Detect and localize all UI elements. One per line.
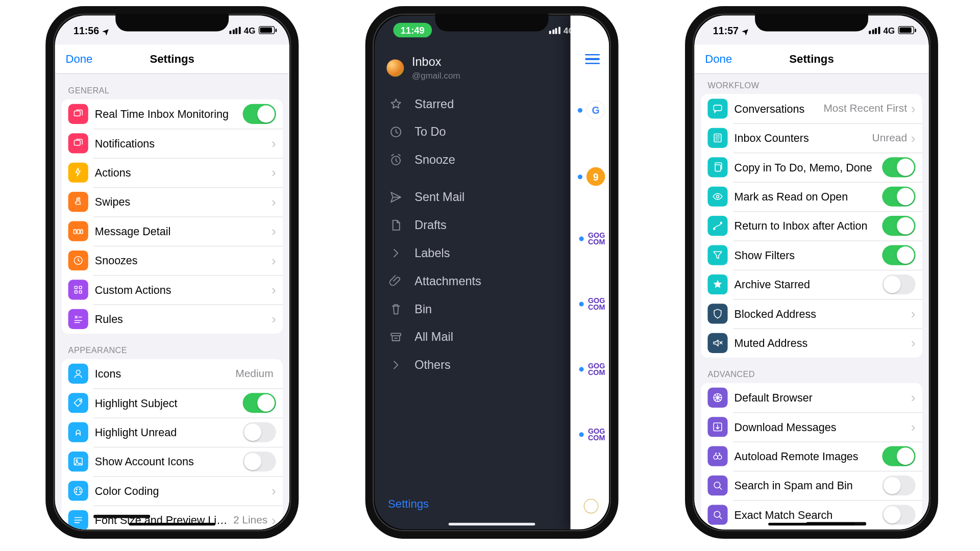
toggle[interactable]: [243, 452, 276, 471]
row-label: Search in Spam and Bin: [734, 479, 883, 492]
route-icon: [707, 216, 727, 236]
settings-row[interactable]: Notifications: [62, 129, 283, 158]
chevron-icon: [272, 282, 276, 297]
chevr-icon: [388, 246, 404, 261]
status-time: 11:56: [74, 24, 99, 36]
settings-row[interactable]: Message Detail: [62, 216, 283, 245]
settings-row[interactable]: Search in Spam and Bin: [701, 471, 922, 500]
inbox-peek-item[interactable]: GOGCOM: [579, 363, 605, 376]
avatar[interactable]: [386, 59, 404, 77]
settings-row[interactable]: Snoozes: [62, 246, 283, 275]
chevron-icon: [272, 136, 276, 151]
settings-row[interactable]: Show Account Icons: [62, 447, 283, 476]
menu-icon[interactable]: [585, 52, 600, 67]
toggle[interactable]: [882, 187, 915, 207]
sidebar-item-label: Drafts: [414, 218, 447, 232]
settings-row[interactable]: Custom Actions: [62, 275, 283, 304]
send-icon: [388, 190, 404, 205]
settings-row[interactable]: Conversations Most Recent First: [701, 94, 922, 123]
settings-row[interactable]: Return to Inbox after Action: [701, 211, 922, 240]
row-value: Most Recent First: [823, 103, 907, 114]
settings-row[interactable]: Icons Medium: [62, 359, 283, 388]
settings-scroll[interactable]: WORKFLOW Conversations Most Recent First…: [694, 74, 928, 530]
doc-icon: [388, 218, 404, 233]
inbox-peek-item[interactable]: 9: [578, 167, 605, 186]
settings-row[interactable]: Actions: [62, 158, 283, 187]
settings-row[interactable]: Rules: [62, 305, 283, 334]
done-button[interactable]: Done: [65, 53, 92, 66]
status-time-pill[interactable]: 11:49: [393, 23, 431, 38]
image-icon: [68, 452, 88, 471]
google-icon: G: [586, 101, 605, 119]
theme-sun-icon[interactable]: [584, 499, 599, 514]
toggle[interactable]: [882, 157, 915, 177]
toggle[interactable]: [243, 422, 276, 442]
phone-right: 11:57 4G Done Settings WORKFLOW Conversa…: [685, 6, 938, 539]
notch: [115, 13, 229, 31]
screen: 11:49 4G Inbox @gmail.com StarredTo DoSn…: [375, 15, 609, 529]
sidebar-item-label: Others: [414, 358, 451, 372]
settings-scroll[interactable]: GENERAL Real Time Inbox Monitoring Notif…: [55, 74, 289, 530]
settings-row[interactable]: Archive Starred: [701, 270, 922, 299]
settings-row[interactable]: Mark as Read on Open: [701, 182, 922, 211]
signal-icon: [230, 27, 241, 34]
row-value: Medium: [235, 368, 273, 380]
toggle[interactable]: [243, 104, 276, 124]
glypha-icon: [68, 422, 88, 442]
section-general: Real Time Inbox Monitoring Notifications…: [62, 99, 283, 334]
text-icon: [68, 510, 88, 530]
section-appearance: Icons Medium Highlight Subject Highlight…: [62, 359, 283, 530]
network-label: 4G: [883, 25, 895, 35]
settings-row[interactable]: Highlight Subject: [62, 388, 283, 417]
stack-icon: [68, 133, 88, 153]
settings-row[interactable]: Color Coding: [62, 476, 283, 505]
row-label: Archive Starred: [734, 278, 883, 291]
row-label: Snoozes: [95, 254, 271, 267]
toggle[interactable]: [882, 446, 915, 466]
settings-row[interactable]: Inbox Counters Unread: [701, 123, 922, 153]
row-label: Real Time Inbox Monitoring: [95, 108, 243, 120]
settings-row[interactable]: Highlight Unread: [62, 417, 283, 446]
settings-row[interactable]: Blocked Address: [701, 299, 922, 328]
account-name: Inbox: [412, 56, 460, 69]
clock-icon: [68, 251, 88, 270]
sidebar-item-label: All Mail: [414, 330, 453, 344]
toggle[interactable]: [882, 216, 915, 236]
settings-row[interactable]: Muted Address: [701, 329, 922, 358]
signal-icon: [869, 27, 880, 34]
settings-row[interactable]: Show Filters: [701, 240, 922, 269]
settings-row[interactable]: Real Time Inbox Monitoring: [62, 99, 283, 129]
toggle[interactable]: [243, 393, 276, 413]
redaction-bar: [93, 515, 150, 518]
settings-row[interactable]: Download Messages: [701, 412, 922, 441]
inbox-peek[interactable]: G9GOGCOMGOGCOMGOGCOMGOGCOM: [571, 15, 609, 529]
settings-row[interactable]: Copy in To Do, Memo, Done: [701, 153, 922, 182]
row-label: Default Browser: [734, 391, 910, 404]
inbox-peek-item[interactable]: GOGCOM: [579, 233, 605, 246]
done-button[interactable]: Done: [705, 53, 732, 66]
home-indicator[interactable]: [449, 523, 535, 525]
chevron-icon: [911, 101, 916, 116]
toggle[interactable]: [882, 245, 915, 265]
unread-dot: [579, 237, 584, 241]
search-icon: [707, 475, 727, 495]
inbox-peek-item[interactable]: GOGCOM: [579, 298, 605, 311]
row-label: Message Detail: [95, 225, 271, 238]
row-value: Unread: [872, 132, 907, 144]
row-label: Custom Actions: [95, 284, 271, 296]
settings-row[interactable]: Swipes: [62, 187, 283, 216]
notch: [435, 13, 549, 31]
chevron-icon: [911, 130, 916, 145]
inbox-peek-item[interactable]: G: [578, 101, 605, 119]
settings-row[interactable]: Autoload Remote Images: [701, 441, 922, 470]
toggle[interactable]: [882, 274, 915, 294]
toggle[interactable]: [882, 505, 915, 524]
sidebar-settings-link[interactable]: Settings: [388, 497, 429, 511]
inbox-peek-item[interactable]: GOGCOM: [579, 428, 605, 441]
settings-row[interactable]: Default Browser: [701, 383, 922, 412]
grid4-icon: [68, 280, 88, 299]
home-indicator[interactable]: [129, 523, 215, 525]
person-icon: [68, 364, 88, 384]
home-indicator[interactable]: [768, 523, 855, 525]
toggle[interactable]: [882, 475, 915, 495]
